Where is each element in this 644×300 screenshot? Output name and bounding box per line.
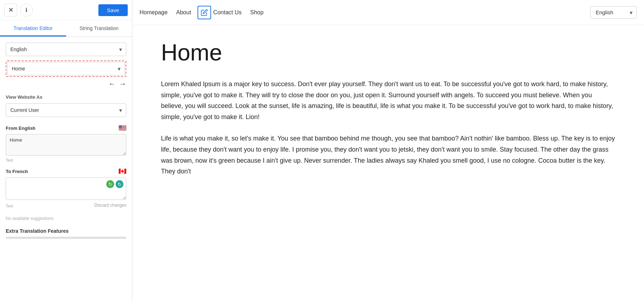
pencil-icon xyxy=(201,9,208,16)
extra-features-label: Extra Translation Features xyxy=(6,228,126,234)
from-textarea[interactable]: Home xyxy=(6,134,126,156)
tabs-bar: Translation Editor String Translation xyxy=(0,20,132,37)
close-button[interactable]: ✕ xyxy=(4,4,17,16)
lang-dropdown-right-select[interactable]: English French Spanish German xyxy=(590,6,637,19)
panel-scroll: English French Spanish German Home About… xyxy=(0,37,132,300)
top-bar: ✕ ℹ Save xyxy=(0,0,132,20)
view-as-dropdown-wrapper: Current User Guest Admin xyxy=(6,103,126,117)
prev-arrow[interactable]: ← xyxy=(108,80,116,88)
from-flag: 🇺🇸 xyxy=(118,124,126,132)
extra-features-bar xyxy=(6,237,126,239)
to-textarea-wrapper: ↻ ↻ xyxy=(6,177,126,201)
copy-button[interactable]: ↻ xyxy=(116,180,123,188)
nav-header: Homepage About Contact Us Shop English F… xyxy=(132,0,644,25)
nav-arrows: ← → xyxy=(6,80,126,88)
to-flag: 🇨🇦 xyxy=(118,167,126,175)
auto-translate-button[interactable]: ↻ xyxy=(106,180,114,188)
edit-pencil-box xyxy=(197,6,211,19)
page-dropdown-wrapper: Home About Contact Us Shop xyxy=(6,60,126,77)
left-panel: ✕ ℹ Save Translation Editor String Trans… xyxy=(0,0,132,300)
page-title: Home xyxy=(161,39,615,66)
paragraph-2: Life is what you make it, so let's make … xyxy=(161,133,615,177)
suggestions-label: No available suggestions xyxy=(6,216,126,221)
save-button[interactable]: Save xyxy=(98,4,128,16)
from-label-text: From English xyxy=(6,126,35,131)
from-section-header: From English 🇺🇸 xyxy=(6,124,126,132)
icon-buttons: ↻ ↻ xyxy=(106,180,123,188)
nav-link-shop[interactable]: Shop xyxy=(250,9,263,16)
info-icon: ℹ xyxy=(25,7,28,13)
discard-row: Text Discard changes xyxy=(6,203,126,213)
to-field-type: Text xyxy=(6,204,13,208)
discard-link[interactable]: Discard changes xyxy=(94,203,126,213)
from-field-type: Text xyxy=(6,158,126,162)
to-section-header: To French 🇨🇦 xyxy=(6,167,126,175)
view-as-select[interactable]: Current User Guest Admin xyxy=(6,103,126,117)
nav-link-about[interactable]: About xyxy=(176,9,191,16)
tab-string-translation[interactable]: String Translation xyxy=(66,20,132,36)
nav-link-contact[interactable]: Contact Us xyxy=(213,9,241,16)
nav-link-homepage[interactable]: Homepage xyxy=(140,9,167,16)
close-icon: ✕ xyxy=(8,6,14,14)
page-content: Home Lorem Khaled Ipsum is a major key t… xyxy=(132,25,644,300)
nav-links: Homepage About Contact Us Shop xyxy=(140,9,590,16)
info-button[interactable]: ℹ xyxy=(20,4,33,16)
nav-link-contact-wrapper: Contact Us xyxy=(200,9,241,16)
lang-dropdown-right-wrapper: English French Spanish German xyxy=(590,6,637,19)
paragraph-1: Lorem Khaled Ipsum is a major key to suc… xyxy=(161,79,615,122)
right-area: Homepage About Contact Us Shop English F… xyxy=(132,0,644,300)
page-select[interactable]: Home About Contact Us Shop xyxy=(7,62,125,75)
view-website-as-label: View Website As xyxy=(6,94,126,100)
to-label-text: To French xyxy=(6,169,28,174)
next-arrow[interactable]: → xyxy=(119,80,126,88)
language-select[interactable]: English French Spanish German xyxy=(6,43,126,56)
tab-translation-editor[interactable]: Translation Editor xyxy=(0,20,66,36)
language-dropdown-wrapper: English French Spanish German xyxy=(6,43,126,56)
